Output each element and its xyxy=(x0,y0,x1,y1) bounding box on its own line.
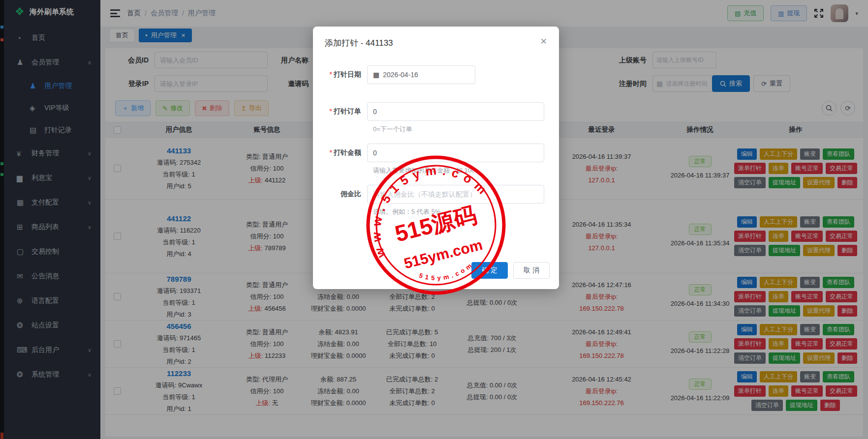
modal-title: 添加打针 - 441133 xyxy=(325,37,393,49)
cancel-button[interactable]: 取 消 xyxy=(513,262,550,279)
add-injection-modal: 添加打针 - 441133 ✕ *打针日期 ▦ *打针订单 0=下一个订单 *打… xyxy=(313,27,559,289)
commission-input[interactable] xyxy=(373,190,538,198)
confirm-button[interactable]: 确 定 xyxy=(471,262,508,279)
injection-amount-label: *打针金额 xyxy=(313,148,367,157)
injection-date-input[interactable] xyxy=(383,71,469,79)
injection-date-input-wrap: ▦ xyxy=(367,65,475,84)
injection-amount-input-wrap xyxy=(367,144,544,162)
injection-order-input[interactable] xyxy=(373,108,538,116)
modal-close-icon[interactable]: ✕ xyxy=(540,37,547,46)
commission-label: 佣金比 xyxy=(313,190,367,199)
injection-order-label: *打针订单 xyxy=(313,107,367,116)
injection-amount-input[interactable] xyxy=(373,149,538,157)
injection-order-input-wrap xyxy=(367,102,544,121)
injection-amount-hint: 请输入需要增加的具体金额，如 100 xyxy=(373,166,559,175)
commission-hint: 选填。例如：5 代表 5% xyxy=(373,207,559,216)
commission-input-wrap xyxy=(367,185,544,204)
injection-date-label: *打针日期 xyxy=(313,70,367,79)
injection-order-hint: 0=下一个订单 xyxy=(373,125,559,134)
calendar-icon: ▦ xyxy=(373,71,379,79)
